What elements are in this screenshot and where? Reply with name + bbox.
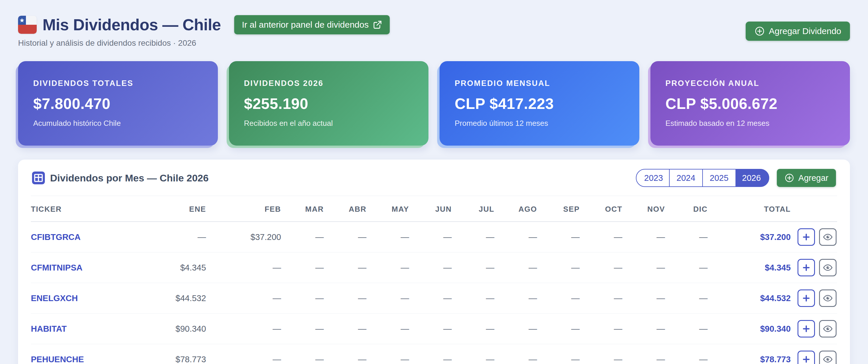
table-row-pehuenche: PEHUENCHE$78.773———————————$78.773	[31, 344, 837, 364]
ticker-cell[interactable]: CFMITNIPSA	[31, 253, 140, 283]
add-row-dividend-button[interactable]	[798, 351, 815, 364]
month-value-cell: $78.773	[140, 344, 206, 364]
add-row-dividend-button[interactable]	[798, 290, 815, 307]
month-value-cell: $37.200	[206, 222, 281, 253]
month-value-cell: —	[622, 253, 665, 283]
add-row-dividend-button[interactable]	[798, 259, 815, 276]
month-value-cell: —	[494, 283, 537, 313]
col-header-jun: JUN	[409, 196, 452, 222]
month-value-cell: —	[452, 283, 494, 313]
month-value-cell: —	[140, 222, 206, 253]
table-grid-icon	[32, 171, 45, 184]
month-value-cell: —	[665, 283, 708, 313]
year-tab-2024[interactable]: 2024	[669, 169, 703, 187]
row-total-cell: $44.532	[708, 283, 790, 313]
add-button-label: Agregar	[798, 173, 828, 183]
year-tab-2026[interactable]: 2026	[736, 169, 769, 187]
view-row-button[interactable]	[819, 290, 837, 307]
month-value-cell: —	[409, 313, 452, 344]
panel-title: Dividendos por Mes — Chile 2026	[50, 172, 209, 184]
ticker-cell[interactable]: ENELGXCH	[31, 283, 140, 313]
month-value-cell: —	[366, 344, 409, 364]
month-value-cell: $44.532	[140, 283, 206, 313]
previous-panel-link-label: Ir al anterior panel de dividendos	[242, 20, 369, 30]
month-value-cell: —	[281, 344, 324, 364]
stat-card-caption: Promedio últimos 12 meses	[455, 119, 624, 128]
month-value-cell: —	[494, 222, 537, 253]
col-header-may: MAY	[366, 196, 409, 222]
ticker-cell[interactable]: CFIBTGRCA	[31, 222, 140, 253]
month-value-cell: —	[622, 344, 665, 364]
stat-card-caption: Recibidos en el año actual	[244, 119, 413, 128]
ticker-cell[interactable]: PEHUENCHE	[31, 344, 140, 364]
col-header-abr: ABR	[323, 196, 366, 222]
month-value-cell: —	[580, 344, 622, 364]
stat-card-caption: Estimado basado en 12 meses	[665, 119, 835, 128]
year-tabs: 2023202420252026	[636, 169, 769, 187]
add-row-dividend-button[interactable]	[798, 228, 815, 246]
month-value-cell: —	[537, 283, 580, 313]
col-header-sep: SEP	[537, 196, 580, 222]
month-value-cell: —	[665, 253, 708, 283]
table-row-enelgxch: ENELGXCH$44.532———————————$44.532	[31, 283, 837, 313]
stat-card-1: DIVIDENDOS 2026$255.190Recibidos en el a…	[229, 61, 429, 145]
year-tab-2025[interactable]: 2025	[702, 169, 736, 187]
row-actions-cell	[791, 222, 837, 253]
month-value-cell: —	[366, 313, 409, 344]
circle-plus-icon	[784, 173, 794, 183]
col-header-ticker: TICKER	[31, 196, 140, 222]
month-value-cell: —	[206, 283, 281, 313]
month-value-cell: —	[622, 283, 665, 313]
view-row-button[interactable]	[819, 351, 837, 364]
add-button[interactable]: Agregar	[777, 169, 836, 187]
row-total-cell: $90.340	[708, 313, 790, 344]
stat-card-label: DIVIDENDOS 2026	[244, 79, 413, 88]
month-value-cell: —	[665, 344, 708, 364]
month-value-cell: —	[494, 313, 537, 344]
month-value-cell: —	[622, 313, 665, 344]
row-total-cell: $4.345	[708, 253, 790, 283]
month-value-cell: —	[665, 222, 708, 253]
stat-cards-row: DIVIDENDOS TOTALES$7.800.470Acumulado hi…	[18, 61, 850, 145]
row-actions-cell	[791, 253, 837, 283]
col-header-feb: FEB	[206, 196, 281, 222]
month-value-cell: —	[323, 344, 366, 364]
chile-flag-icon	[18, 16, 37, 34]
page-title: Mis Dividendos — Chile	[42, 15, 221, 34]
month-value-cell: —	[494, 344, 537, 364]
year-tab-2023[interactable]: 2023	[636, 169, 670, 187]
view-row-button[interactable]	[819, 228, 837, 246]
col-header-mar: MAR	[281, 196, 324, 222]
page-subtitle: Historial y análisis de dividendos recib…	[18, 38, 390, 48]
month-value-cell: $90.340	[140, 313, 206, 344]
month-value-cell: —	[281, 313, 324, 344]
month-value-cell: —	[409, 344, 452, 364]
row-actions-cell	[791, 313, 837, 344]
stat-card-label: PROYECCIÓN ANUAL	[665, 79, 835, 88]
ticker-cell[interactable]: HABITAT	[31, 313, 140, 344]
add-dividend-button[interactable]: Agregar Dividendo	[746, 22, 850, 41]
row-actions-cell	[791, 344, 837, 364]
view-row-button[interactable]	[819, 259, 837, 276]
month-value-cell: —	[452, 313, 494, 344]
table-row-cfibtgrca: CFIBTGRCA—$37.200——————————$37.200	[31, 222, 837, 253]
month-value-cell: —	[409, 253, 452, 283]
view-row-button[interactable]	[819, 320, 837, 337]
stat-card-value: $7.800.470	[33, 95, 203, 112]
row-total-cell: $37.200	[708, 222, 790, 253]
month-value-cell: —	[206, 253, 281, 283]
month-value-cell: —	[537, 313, 580, 344]
add-dividend-label: Agregar Dividendo	[769, 26, 841, 36]
col-header-ago: AGO	[494, 196, 537, 222]
month-value-cell: —	[580, 283, 622, 313]
month-value-cell: —	[452, 344, 494, 364]
stat-card-value: CLP $5.006.672	[665, 95, 835, 112]
stat-card-label: PROMEDIO MENSUAL	[455, 79, 624, 88]
col-header-dic: DIC	[665, 196, 708, 222]
add-row-dividend-button[interactable]	[798, 320, 815, 337]
month-value-cell: —	[580, 222, 622, 253]
previous-panel-link-button[interactable]: Ir al anterior panel de dividendos	[234, 15, 390, 34]
month-value-cell: $4.345	[140, 253, 206, 283]
circle-plus-icon	[754, 26, 765, 36]
stat-card-3: PROYECCIÓN ANUALCLP $5.006.672Estimado b…	[650, 61, 850, 145]
